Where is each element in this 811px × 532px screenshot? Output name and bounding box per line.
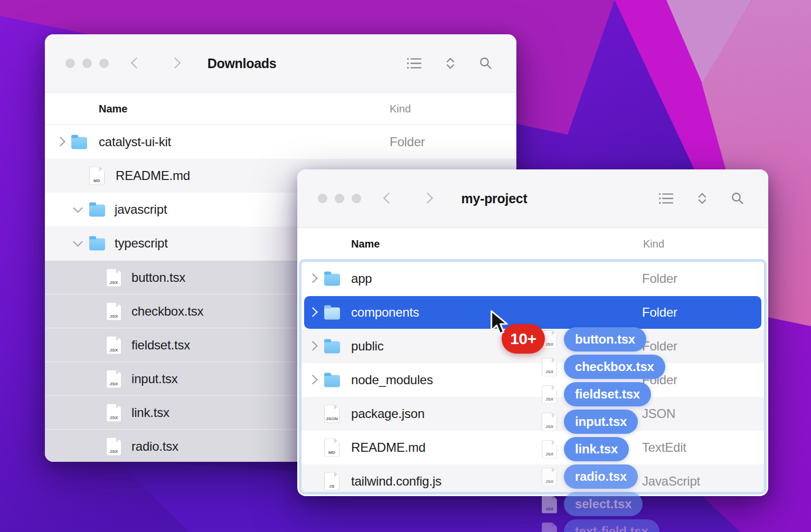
- file-name: catalyst-ui-kit: [99, 135, 171, 149]
- file-name: node_modules: [351, 373, 433, 387]
- my-project-toolbar: my-project: [297, 169, 768, 228]
- file-kind: JavaScript: [642, 474, 700, 489]
- drag-ghost-item: JSX link.tsx: [542, 437, 629, 461]
- desktop: Downloads: [0, 0, 811, 532]
- drag-ghost-item: JSX input.tsx: [542, 410, 638, 434]
- drag-ghost-filename: button.tsx: [564, 327, 646, 352]
- file-row[interactable]: catalyst-ui-kit Folder: [45, 125, 516, 159]
- file-icon-label: JSX: [542, 479, 557, 484]
- traffic-lights: [318, 194, 361, 203]
- disclosure-chevron-icon[interactable]: [73, 237, 82, 246]
- drag-ghost-item: JSX fieldset.tsx: [542, 382, 651, 406]
- file-name: input.tsx: [131, 372, 178, 386]
- disclosure-chevron-icon[interactable]: [55, 137, 65, 146]
- drag-ghost-item: JSX button.tsx: [542, 327, 646, 352]
- file-name: public: [351, 339, 384, 354]
- file-icon-label: JSX: [542, 424, 557, 429]
- file-icon-label: JSX: [107, 449, 121, 453]
- minimize-button[interactable]: [82, 59, 92, 68]
- drag-ghost-item: JSX select.tsx: [542, 492, 643, 516]
- column-header-name[interactable]: Name: [351, 238, 380, 250]
- disclosure-chevron-icon[interactable]: [73, 203, 82, 213]
- file-row[interactable]: JSON package.json JSON: [301, 397, 764, 431]
- file-icon-label: JSX: [542, 369, 557, 374]
- disclosure-chevron-icon[interactable]: [308, 307, 317, 317]
- file-icon-label: MD: [325, 450, 339, 455]
- file-icon: JSX: [106, 369, 121, 388]
- back-icon[interactable]: [131, 58, 142, 69]
- drag-ghost-filename: input.tsx: [564, 410, 638, 434]
- disclosure-chevron-icon[interactable]: [308, 341, 317, 350]
- file-name: package.json: [351, 406, 425, 421]
- column-header-kind[interactable]: Kind: [390, 103, 411, 115]
- file-icon: [89, 239, 105, 251]
- list-view-icon[interactable]: [407, 57, 421, 70]
- drop-target-ring: app Folder components Folder public Fold…: [299, 259, 767, 495]
- file-row[interactable]: MD README.md TextEdit: [301, 431, 764, 464]
- jsx-file-icon: JSX: [542, 385, 557, 404]
- file-name: README.md: [116, 168, 190, 183]
- file-icon: JSX: [106, 403, 121, 422]
- file-icon-label: MD: [90, 178, 104, 183]
- zoom-button[interactable]: [352, 194, 361, 203]
- downloads-column-header: Name Kind: [45, 93, 516, 125]
- search-icon[interactable]: [479, 57, 492, 70]
- list-view-icon[interactable]: [658, 192, 673, 205]
- file-icon-label: JSX: [107, 415, 121, 420]
- file-icon: JSX: [106, 302, 121, 320]
- jsx-file-icon: JSX: [542, 440, 557, 459]
- file-icon: [324, 308, 340, 320]
- file-icon-label: JSX: [542, 397, 557, 402]
- file-name: components: [351, 305, 419, 320]
- file-icon-label: JSX: [107, 381, 121, 386]
- sort-icon[interactable]: [445, 57, 456, 70]
- file-icon: JSX: [106, 336, 121, 354]
- file-kind: Folder: [390, 135, 425, 149]
- minimize-button[interactable]: [335, 194, 344, 203]
- file-icon: JSON: [324, 405, 340, 423]
- file-name: javascript: [115, 202, 167, 217]
- search-icon[interactable]: [731, 192, 744, 205]
- file-icon-label: JSX: [542, 507, 557, 511]
- file-icon-label: JSX: [542, 452, 557, 457]
- file-name: fieldset.tsx: [131, 338, 190, 353]
- file-name: checkbox.tsx: [131, 304, 203, 319]
- file-icon: JSX: [106, 437, 121, 455]
- drag-ghost-item: JSX radio.tsx: [542, 464, 638, 489]
- file-name: radio.tsx: [131, 439, 178, 454]
- disclosure-chevron-icon[interactable]: [308, 273, 317, 283]
- file-icon-label: JS: [325, 484, 339, 489]
- file-kind: JSON: [642, 406, 675, 421]
- file-icon-label: JSX: [107, 347, 121, 352]
- back-icon[interactable]: [383, 193, 394, 204]
- drag-ghost-filename: radio.tsx: [564, 464, 638, 489]
- column-header-name[interactable]: Name: [99, 103, 127, 115]
- file-icon: JS: [324, 472, 340, 491]
- sort-icon[interactable]: [696, 192, 708, 205]
- file-name: app: [351, 271, 372, 286]
- downloads-toolbar: Downloads: [45, 34, 516, 93]
- disclosure-chevron-icon[interactable]: [308, 375, 317, 384]
- file-icon: [324, 341, 340, 354]
- file-icon-label: JSON: [325, 416, 339, 421]
- my-project-file-list: app Folder components Folder public Fold…: [301, 262, 764, 495]
- drag-ghost-filename: fieldset.tsx: [564, 382, 651, 406]
- jsx-file-icon: JSX: [542, 358, 557, 376]
- file-kind: Folder: [642, 271, 677, 286]
- file-icon: MD: [324, 439, 340, 457]
- file-icon-label: JSX: [107, 280, 121, 284]
- file-name: typescript: [115, 236, 168, 251]
- close-button[interactable]: [65, 59, 75, 68]
- file-name: tailwind.config.js: [351, 474, 441, 489]
- window-title: my-project: [415, 191, 573, 206]
- file-row[interactable]: JS tailwind.config.js JavaScript: [301, 464, 764, 495]
- drag-ghost-filename: checkbox.tsx: [564, 355, 665, 379]
- file-icon: [324, 375, 340, 387]
- drag-ghost-item: JSX text-field.tsx: [542, 519, 659, 532]
- column-header-kind[interactable]: Kind: [643, 238, 664, 250]
- zoom-button[interactable]: [99, 59, 109, 68]
- file-row[interactable]: node_modules Folder: [301, 363, 764, 397]
- close-button[interactable]: [318, 194, 327, 203]
- file-row[interactable]: app Folder: [301, 262, 764, 296]
- jsx-file-icon: JSX: [542, 413, 557, 431]
